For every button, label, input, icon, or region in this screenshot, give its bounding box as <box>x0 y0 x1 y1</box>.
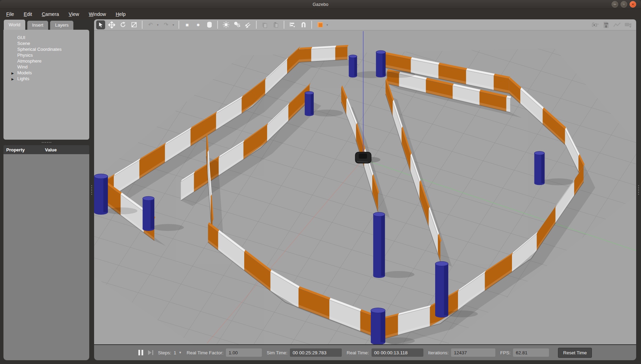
menu-help[interactable]: Help <box>111 10 130 18</box>
left-panel: World Insert Layers GUI Scene Spherical … <box>3 19 89 360</box>
property-table-body[interactable] <box>3 154 89 360</box>
undo-icon: ↶ <box>148 22 153 28</box>
cursor-arrow-icon <box>98 22 104 28</box>
toolbar-separator <box>217 21 218 29</box>
log-file-icon: LOG <box>603 21 609 28</box>
vertical-splitter-handle[interactable] <box>89 19 94 360</box>
copy-button[interactable] <box>260 20 269 29</box>
real-time-label: Real Time: <box>347 350 369 355</box>
tree-item-physics[interactable]: Physics <box>3 52 89 58</box>
box-shape-button[interactable]: ■ <box>183 20 192 29</box>
redo-history-caret[interactable]: ▾ <box>172 23 175 27</box>
spotlight-icon <box>234 21 240 28</box>
horizontal-splitter-handle[interactable] <box>3 140 89 145</box>
fps-label: FPS: <box>500 350 511 355</box>
steps-value[interactable]: 1 <box>174 350 176 355</box>
tree-item-gui[interactable]: GUI <box>3 35 89 40</box>
maximize-button[interactable]: ▫ <box>621 1 627 8</box>
tree-item-spherical-coordinates[interactable]: Spherical Coordinates <box>3 46 89 52</box>
snap-button[interactable] <box>299 20 308 29</box>
menu-camera[interactable]: Camera <box>37 10 64 18</box>
title-bar[interactable]: Gazebo ─ ▫ ✕ <box>0 0 641 9</box>
step-button[interactable] <box>148 350 153 355</box>
window-title: Gazebo <box>313 2 329 7</box>
minimize-button[interactable]: ─ <box>612 1 618 8</box>
status-bar: Steps: 1 ▼ Real Time Factor: 1.00 Sim Ti… <box>94 344 636 360</box>
cylinder-icon <box>207 22 212 28</box>
scale-tool-button[interactable] <box>129 20 138 29</box>
tree-item-scene[interactable]: Scene <box>3 40 89 46</box>
sphere-shape-button[interactable]: ● <box>194 20 203 29</box>
undo-button[interactable]: ↶ <box>146 20 155 29</box>
main-area: World Insert Layers GUI Scene Spherical … <box>0 19 641 364</box>
tree-item-wind[interactable]: Wind <box>3 64 89 70</box>
tab-world[interactable]: World <box>3 19 26 30</box>
panel-tabs: World Insert Layers <box>3 19 89 30</box>
window-controls: ─ ▫ ✕ <box>612 1 636 8</box>
fps-field: 62.81 <box>513 348 549 357</box>
pause-button[interactable] <box>138 350 143 355</box>
view-angle-button[interactable] <box>315 20 324 29</box>
tab-layers[interactable]: Layers <box>50 20 74 30</box>
toolbar-separator <box>311 21 312 29</box>
record-video-button[interactable] <box>624 20 633 29</box>
menu-view[interactable]: View <box>64 10 84 18</box>
cylinder-shape-button[interactable] <box>205 20 214 29</box>
iterations-field: 12437 <box>451 348 495 357</box>
close-button[interactable]: ✕ <box>630 1 636 8</box>
paste-button[interactable] <box>271 20 280 29</box>
rotate-tool-button[interactable] <box>118 20 127 29</box>
menu-edit[interactable]: Edit <box>19 10 37 18</box>
camera-icon <box>592 22 599 28</box>
expand-arrow-icon[interactable]: ▶ <box>11 76 14 82</box>
sun-icon <box>223 21 229 28</box>
menu-bar: File Edit Camera View Window Help <box>0 9 641 19</box>
align-icon <box>289 22 295 28</box>
viewport-column: ↶ ▾ ↷ ▾ ■ ● <box>94 19 636 360</box>
viewport-toolbar: ↶ ▾ ↷ ▾ ■ ● <box>94 19 636 30</box>
tree-item-atmosphere[interactable]: Atmosphere <box>3 58 89 64</box>
copy-icon <box>262 22 268 28</box>
steps-dropdown-caret[interactable]: ▼ <box>179 351 182 354</box>
rotate-icon <box>120 21 126 28</box>
line-chart-icon <box>613 22 621 27</box>
property-column-header: Property <box>6 147 45 152</box>
real-time-factor-field[interactable]: 1.00 <box>226 348 262 357</box>
redo-button[interactable]: ↷ <box>162 20 171 29</box>
menu-window[interactable]: Window <box>84 10 111 18</box>
tree-item-models[interactable]: ▶Models <box>3 70 89 76</box>
log-data-button[interactable]: LOG <box>602 20 611 29</box>
redo-icon: ↷ <box>164 22 168 28</box>
sphere-icon: ● <box>196 22 200 28</box>
select-tool-button[interactable] <box>96 20 105 29</box>
undo-history-caret[interactable]: ▾ <box>156 23 159 27</box>
toolbar-separator <box>284 21 284 29</box>
menu-file[interactable]: File <box>1 10 19 18</box>
tree-item-lights[interactable]: ▶Lights <box>3 76 89 82</box>
real-time-field: 00 00:00:13.118 <box>372 348 423 357</box>
reset-time-button[interactable]: Reset Time <box>558 348 592 358</box>
right-splitter-handle[interactable] <box>636 19 641 360</box>
toolbar-separator <box>256 21 257 29</box>
view-angle-caret[interactable]: ▾ <box>326 23 329 27</box>
view-cube-icon <box>318 22 323 27</box>
real-time-group: Real Time: 00 00:00:13.118 <box>347 348 423 357</box>
toolbar-separator <box>142 21 143 29</box>
toolbar-separator <box>178 21 179 29</box>
point-light-button[interactable] <box>221 20 230 29</box>
scale-icon <box>131 21 137 28</box>
spot-light-button[interactable] <box>232 20 241 29</box>
paste-icon <box>273 22 279 28</box>
3d-viewport[interactable] <box>94 30 636 344</box>
plot-button[interactable] <box>613 20 622 29</box>
steps-label: Steps: <box>158 350 171 355</box>
screenshot-button[interactable] <box>590 20 599 29</box>
simulation-scene <box>94 30 636 344</box>
directional-light-button[interactable] <box>244 20 253 29</box>
translate-tool-button[interactable] <box>107 20 116 29</box>
steps-control: Steps: 1 ▼ <box>158 350 182 355</box>
tab-insert[interactable]: Insert <box>27 20 49 30</box>
property-table-header: Property Value <box>3 145 89 154</box>
align-button[interactable] <box>288 20 297 29</box>
gazebo-window: Gazebo ─ ▫ ✕ File Edit Camera View Windo… <box>0 0 641 364</box>
